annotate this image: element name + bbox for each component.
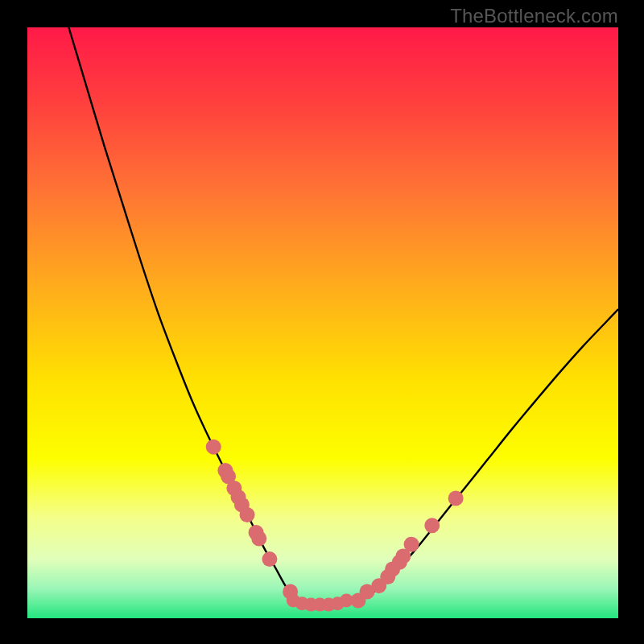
chart-background [27, 27, 618, 618]
curve-marker [206, 440, 221, 455]
curve-marker [262, 551, 277, 567]
curve-marker [340, 593, 353, 607]
chart-plot [27, 27, 618, 618]
curve-marker [424, 518, 440, 533]
curve-marker [404, 537, 419, 552]
curve-marker [251, 530, 266, 546]
curve-marker [448, 491, 464, 506]
watermark-text: TheBottleneck.com [450, 5, 618, 27]
curve-marker [240, 507, 255, 522]
chart-container [27, 27, 618, 618]
